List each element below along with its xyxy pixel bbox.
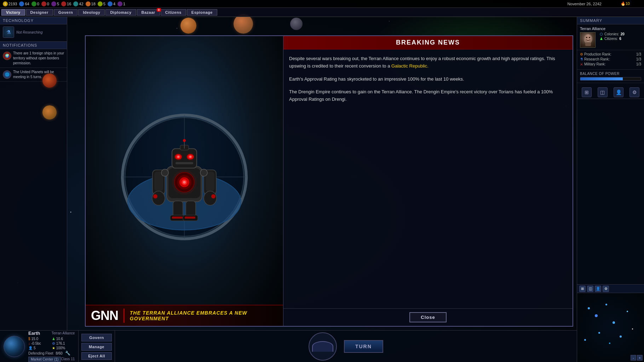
svg-point-46 <box>186 153 195 161</box>
nav-victory[interactable]: Victory <box>1 9 25 16</box>
nav-ideology[interactable]: Ideology <box>78 9 105 16</box>
manage-button[interactable]: Manage <box>81 343 112 351</box>
red1-stat-icon <box>41 1 46 6</box>
production-rank-icon: ⚙ <box>580 52 583 56</box>
balance-section: Balance of Power <box>577 70 644 83</box>
stat-income: $ 15.0 <box>28 337 51 341</box>
rp-icon-4[interactable]: ⚙ <box>629 87 639 97</box>
gnn-separator <box>123 309 125 323</box>
rp-icon-1[interactable]: ⊞ <box>582 87 592 97</box>
notifications-section-title: Notifications <box>0 41 67 49</box>
citizens-icon: 👤 <box>28 346 33 350</box>
galactic-republic-link[interactable]: Galactic Republic. <box>391 63 429 69</box>
minimap-dot <box>609 343 610 344</box>
news-dialog: GNN The Terran Alliance embraces a new g… <box>85 35 573 327</box>
gnn-logo: GNN <box>91 308 118 323</box>
orange-stat-icon <box>86 1 91 6</box>
nav-citizens[interactable]: Citizens <box>161 9 186 16</box>
navbar: Victory Designer Govern Ideology Diploma… <box>0 8 644 17</box>
citizens-label: Citizens: <box>604 37 618 41</box>
nav-designer[interactable]: Designer <box>26 9 53 16</box>
blue2-stat-icon <box>108 1 113 6</box>
production-rank-label: Production Rank: <box>584 52 611 56</box>
game-date: November 26, 2242 <box>567 2 602 6</box>
rp-icon-2[interactable]: ◫ <box>598 87 608 97</box>
planet-faction: Terran Alliance <box>52 331 75 335</box>
tech-research-label: Not Researching <box>16 30 42 34</box>
production-rank-value: 1/3 <box>636 52 641 56</box>
nav-espionage[interactable]: Espionage <box>187 9 217 16</box>
close-button[interactable]: Close <box>409 312 446 322</box>
gnn-headline: The Terran Alliance embraces a new gover… <box>130 310 278 321</box>
minimap-dot <box>595 314 598 317</box>
svg-point-29 <box>153 194 157 199</box>
notification-item-2[interactable]: 🌐 The United Planets will be meeting in … <box>0 68 67 82</box>
top-credits-display: 🔥10 <box>621 1 630 6</box>
military-rank-row: ⚔ Military Rank: 1/3 <box>580 62 641 66</box>
right-panel-nav: ⊞ ◫ 👤 ⚙ <box>577 86 644 99</box>
govern-button[interactable]: Govern <box>81 334 112 341</box>
stat-yg: 5 <box>98 1 105 6</box>
research-rank-row: ⚗ Research Rank: 1/3 <box>580 57 641 61</box>
balance-title: Balance of Power <box>580 72 641 76</box>
nav-diplomacy[interactable]: Diplomacy <box>105 9 136 16</box>
planet-details: Earth Terran Alliance $ 15.0 ♟ 10.6 ↓ -0… <box>28 331 75 362</box>
minimap-dot <box>632 328 633 329</box>
robot-illustration <box>117 110 252 244</box>
bottombar: Earth Terran Alliance $ 15.0 ♟ 10.6 ↓ -0… <box>0 330 577 362</box>
stat-green1: 0 <box>31 1 39 6</box>
minimap-icon-2[interactable]: ◫ <box>587 286 593 292</box>
approval-icon: ★ <box>52 346 55 350</box>
turn-button[interactable]: Turn <box>344 340 383 353</box>
military-rank-value: 1/3 <box>636 62 641 66</box>
planet-class: Class 11 <box>61 357 75 361</box>
technology-section-title: Technology <box>0 17 67 24</box>
eject-all-button[interactable]: Eject All <box>81 352 112 360</box>
news-close-row: Close <box>283 308 573 326</box>
turn-section: Turn <box>115 331 577 362</box>
news-paragraph-3: The Drengin Empire continues to gain on … <box>289 88 567 103</box>
rp-icon-3[interactable]: 👤 <box>614 87 623 97</box>
minimap-dot <box>605 304 607 305</box>
minimap-zoom-out[interactable]: - <box>631 355 636 361</box>
yg-stat-icon <box>98 1 103 6</box>
rank-section: ⚙ Production Rank: 1/3 ⚗ Research Rank: … <box>577 50 644 70</box>
minimap-zoom-in[interactable]: + <box>637 355 643 361</box>
stat-blue2: 4 <box>108 1 115 6</box>
nav-govern[interactable]: Govern <box>54 9 78 16</box>
tech-research-row: ⚗ Not Researching <box>0 24 67 40</box>
minimap-icon-1[interactable]: ⊞ <box>579 286 586 292</box>
nav-bazaar[interactable]: Bazaar 0 <box>137 9 160 16</box>
svg-point-44 <box>183 139 186 142</box>
svg-point-41 <box>200 169 207 176</box>
minimap-header: ⊞ ◫ 👤 ⚙ <box>577 285 644 293</box>
minimap-dot <box>598 332 600 334</box>
notif-text-2: The United Planets will be meeting in 5 … <box>13 70 64 80</box>
svg-point-45 <box>174 153 183 161</box>
news-paragraph-1: Despite several wars breaking out, the T… <box>289 55 567 70</box>
minimap-icon-3[interactable]: 👤 <box>595 286 601 292</box>
red2-stat-icon <box>61 1 66 6</box>
planet-info: Earth Terran Alliance $ 15.0 ♟ 10.6 ↓ -0… <box>0 331 79 362</box>
military-rank-icon: ⚔ <box>580 62 583 66</box>
breaking-news-header: Breaking News <box>283 36 573 49</box>
stat-cyan: 42 <box>73 1 83 6</box>
notification-item-1[interactable]: 🌍 There are 1 foreign ships in your terr… <box>0 49 67 68</box>
minimap-navigation: - + <box>631 355 643 361</box>
research-rank-value: 1/3 <box>636 57 641 61</box>
citizens-stat: ♟ Citizens: 6 <box>600 37 625 41</box>
colonies-stat: ⬡ Colonies: 20 <box>600 32 625 36</box>
production-rank-row: ⚙ Production Rank: 1/3 <box>580 52 641 56</box>
news-paragraph-2: Earth's Approval Rating has skyrocketed … <box>289 76 567 83</box>
gnn-bar: GNN The Terran Alliance embraces a new g… <box>86 305 283 326</box>
svg-point-3 <box>589 37 590 38</box>
minimap-dot <box>620 335 622 338</box>
svg-rect-39 <box>185 217 195 219</box>
left-panel: Technology ⚗ Not Researching Notificatio… <box>0 17 67 344</box>
faction-name: Terran Alliance <box>580 27 641 31</box>
purple1-stat-icon <box>51 1 56 6</box>
bazaar-badge: 0 <box>157 8 161 12</box>
svg-point-2 <box>586 37 587 38</box>
faction-portrait <box>580 32 596 48</box>
minimap-icon-4[interactable]: ⚙ <box>603 286 609 292</box>
